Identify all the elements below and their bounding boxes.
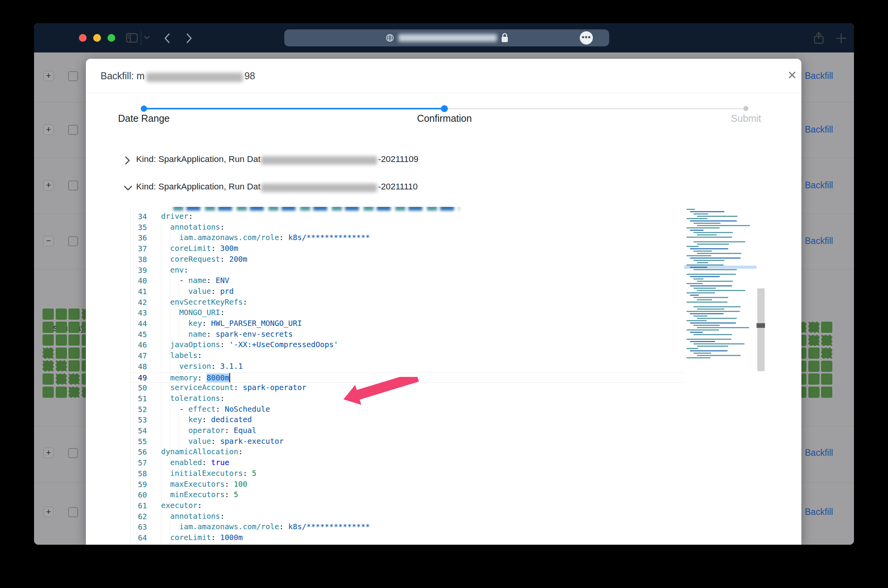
close-window-button[interactable]: [79, 34, 87, 42]
url-text-redacted: [398, 34, 497, 42]
line-number: 49: [131, 373, 147, 382]
line-number: 56: [131, 448, 147, 457]
code-text: env:: [152, 266, 188, 274]
code-line: 55 value: spark-executor: [131, 436, 750, 447]
back-icon[interactable]: [164, 33, 171, 44]
minimap-line: [697, 290, 745, 291]
minimap-line: [690, 276, 720, 277]
code-text: version: 3.1.1: [152, 362, 243, 371]
sidebar-icon[interactable]: [126, 33, 138, 43]
code-text: - effect: NoSchedule: [152, 405, 270, 414]
code-line: 38 coreRequest: 200m: [131, 254, 750, 265]
code-text: labels:: [152, 351, 202, 360]
line-number: 43: [131, 308, 147, 317]
chevron-right-icon: [123, 155, 131, 165]
code-text: minExecutors: 5: [152, 490, 238, 499]
code-text: executor:: [152, 501, 202, 510]
chevron-down-icon[interactable]: [144, 36, 150, 40]
code-text: coreRequest: 200m: [152, 255, 248, 264]
clipped-previous-line: [173, 207, 459, 211]
step-label-date-range: Date Range: [118, 113, 169, 124]
step-label-submit: Submit: [731, 113, 761, 124]
browser-toolbar: •••: [34, 23, 854, 53]
line-number: 42: [131, 298, 147, 307]
minimap-line: [693, 223, 721, 224]
line-number: 38: [131, 255, 147, 264]
browser-window: ••• +Backfill+Backfill+Backfill−Backfill…: [34, 23, 854, 545]
section-header-20211110[interactable]: Kind: SparkApplication, Run Dat-20211110: [123, 181, 761, 196]
scrollbar-thumb[interactable]: [757, 288, 765, 371]
minimap-line: [686, 283, 703, 284]
backfill-modal: Backfill: m98 ✕ Date Range Confirmation …: [86, 59, 801, 545]
minimap-line: [697, 225, 750, 226]
lock-icon: [501, 33, 509, 43]
section-label: Kind: SparkApplication, Run Dat-20211110: [136, 182, 418, 192]
section-label: Kind: SparkApplication, Run Dat-20211109: [136, 154, 418, 164]
minimap-line: [686, 302, 727, 303]
code-line: 60 minExecutors: 5: [131, 490, 750, 501]
code-line: 36 iam.amazonaws.com/role: k8s/*********…: [131, 233, 750, 244]
zoom-window-button[interactable]: [108, 34, 115, 42]
code-line: 58 initialExecutors: 5: [131, 469, 750, 479]
minimize-window-button[interactable]: [93, 34, 101, 42]
minimap-line: [690, 322, 736, 324]
minimap-line: [686, 357, 710, 358]
code-line-active: 49 memory: 8000m: [131, 372, 750, 383]
line-number: 34: [131, 212, 147, 221]
modal-title: Backfill: m98: [101, 70, 255, 82]
minimap[interactable]: [684, 207, 757, 545]
code-line: 47 labels:: [131, 351, 750, 361]
line-number: 61: [131, 501, 147, 510]
line-number: 59: [131, 480, 147, 489]
code-text: envSecretKeyRefs:: [152, 298, 248, 307]
code-text: javaOptions: '-XX:+UseCompressedOops': [152, 340, 338, 349]
minimap-line: [697, 281, 733, 282]
code-line: 45 name: spark-env-secrets: [131, 329, 750, 340]
modal-title-prefix: Backfill: m: [101, 70, 145, 81]
line-number: 44: [131, 319, 147, 328]
section-header-20211109[interactable]: Kind: SparkApplication, Run Dat-20211109: [123, 153, 761, 169]
minimap-line: [697, 318, 737, 319]
code-line: 39 env:: [131, 265, 750, 276]
code-text: iam.amazonaws.com/role: k8s/************…: [152, 522, 370, 531]
minimap-line: [686, 246, 699, 247]
minimap-line: [697, 216, 738, 217]
minimap-line: [693, 315, 707, 317]
share-icon[interactable]: [813, 32, 825, 45]
reader-options-icon[interactable]: •••: [580, 31, 593, 44]
line-number: 60: [131, 491, 147, 499]
minimap-line: [690, 313, 724, 314]
code-text: - name: ENV: [152, 276, 229, 285]
minimap-line: [686, 255, 711, 256]
new-tab-icon[interactable]: [835, 32, 847, 44]
code-line: 43 MONGO_URI:: [131, 308, 750, 319]
minimap-line: [686, 209, 695, 210]
toolbar-separator: [141, 31, 141, 45]
minimap-line: [686, 264, 724, 266]
minimap-line: [693, 306, 741, 307]
minimap-line: [686, 292, 715, 293]
code-line: 54 operator: Equal: [131, 426, 750, 436]
forward-icon[interactable]: [186, 33, 193, 44]
line-number: 41: [131, 287, 147, 296]
code-text: value: spark-executor: [152, 437, 284, 446]
address-bar[interactable]: •••: [284, 29, 609, 46]
code-text: name: spark-env-secrets: [152, 330, 293, 339]
step-line-done: [144, 108, 444, 109]
code-text: maxExecutors: 100: [152, 480, 248, 489]
step-dot-date-range: [141, 106, 147, 112]
line-number: 46: [131, 341, 147, 349]
minimap-line: [690, 230, 704, 231]
minimap-line: [693, 213, 708, 215]
minimap-line: [690, 211, 724, 212]
yaml-editor[interactable]: 34 driver:35 annotations:36 iam.amazonaw…: [130, 207, 765, 545]
minimap-line: [690, 220, 737, 222]
minimap-line: [690, 341, 715, 342]
minimap-line: [697, 327, 749, 328]
code-text: value: prd: [152, 287, 234, 296]
minimap-line: [697, 308, 724, 310]
close-icon[interactable]: ✕: [785, 69, 799, 83]
section-label-redacted: [261, 156, 377, 165]
code-line: 46 javaOptions: '-XX:+UseCompressedOops': [131, 340, 750, 351]
code-line: 35 annotations:: [131, 222, 750, 233]
